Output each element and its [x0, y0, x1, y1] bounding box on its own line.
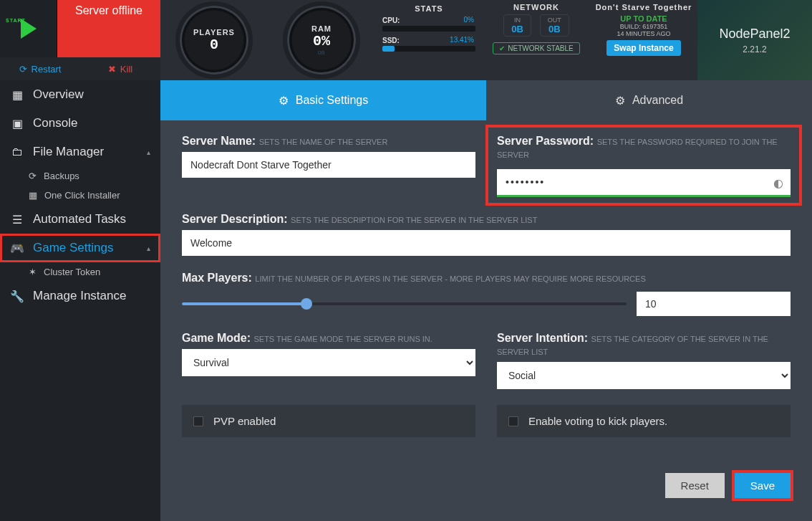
sidebar-item-overview[interactable]: ▦ Overview [0, 80, 160, 109]
max-players-label: Max Players: LIMIT THE NUMBER OF PLAYERS… [182, 272, 791, 285]
tab-basic-settings[interactable]: ⚙ Basic Settings [160, 80, 486, 120]
vote-checkbox[interactable] [508, 416, 518, 426]
max-players-value[interactable]: 10 [637, 292, 791, 316]
server-intention-select[interactable]: Social [497, 362, 791, 389]
restart-icon: ⟳ [19, 64, 27, 75]
sidebar-item-backups[interactable]: ⟳ Backups [0, 166, 160, 186]
folder-icon: 🗀 [10, 145, 24, 158]
installer-icon: ▦ [29, 190, 37, 201]
server-desc-label: Server Description: SETS THE DESCRIPTION… [182, 213, 791, 226]
chevron-up-icon: ▴ [147, 244, 150, 252]
server-status: Server offline [57, 0, 160, 57]
net-out: OUT 0B [540, 14, 569, 37]
players-gauge: PLAYERS 0 [160, 0, 268, 80]
tasks-icon: ☰ [10, 213, 24, 226]
restart-button[interactable]: ⟳ Restart [0, 57, 80, 80]
settings-tabs: ⚙ Basic Settings ⚙ Advanced [160, 80, 812, 120]
ram-gauge: RAM 0% 0B [268, 0, 375, 80]
game-info-box: Don't Starve Together UP TO DATE BUILD: … [590, 0, 697, 80]
reset-button[interactable]: Reset [665, 473, 725, 498]
sidebar-item-file-manager[interactable]: 🗀 File Manager ▴ [0, 138, 160, 166]
brand-box: NodePanel2 2.21.2 [697, 0, 812, 80]
sidebar: ▦ Overview ▣ Console 🗀 File Manager ▴ ⟳ … [0, 80, 160, 521]
kill-icon: ✖ [108, 64, 116, 75]
backup-icon: ⟳ [29, 171, 37, 181]
gear-icon: ⚙ [615, 94, 625, 107]
sidebar-item-cluster-token[interactable]: ✶ Cluster Token [0, 262, 160, 282]
top-bar: START Server offline ⟳ Restart ✖ Kill PL… [0, 0, 812, 80]
tab-advanced[interactable]: ⚙ Advanced [486, 80, 812, 120]
stats-box: STATS CPU: 0% SSD: 13.41% [375, 0, 483, 80]
max-players-slider[interactable] [182, 302, 627, 305]
server-password-input[interactable] [497, 169, 791, 195]
form-area: Server Name: SETS THE NAME OF THE SERVER… [160, 120, 812, 521]
sidebar-item-game-settings[interactable]: 🎮 Game Settings ▴ [0, 234, 160, 262]
sidebar-item-console[interactable]: ▣ Console [0, 109, 160, 138]
pvp-enabled-row[interactable]: PVP enabled [182, 405, 475, 437]
wrench-icon: 🔧 [10, 290, 24, 303]
server-name-label: Server Name: SETS THE NAME OF THE SERVER [182, 135, 475, 148]
sidebar-item-manage-instance[interactable]: 🔧 Manage Instance [0, 282, 160, 310]
gear-icon: ⚙ [279, 94, 289, 107]
token-icon: ✶ [29, 267, 37, 277]
game-mode-label: Game Mode: SETS THE GAME MODE THE SERVER… [182, 332, 475, 345]
network-stable-badge: ✔ NETWORK STABLE [493, 42, 580, 54]
network-box: NETWORK IN 0B OUT 0B ✔ NETWORK STABLE [483, 0, 590, 80]
kill-button[interactable]: ✖ Kill [80, 57, 160, 80]
sidebar-item-one-click[interactable]: ▦ One Click Installer [0, 186, 160, 205]
vote-kick-row[interactable]: Enable voting to kick players. [497, 405, 791, 437]
server-desc-input[interactable] [182, 230, 791, 256]
chevron-up-icon: ▴ [147, 148, 150, 156]
game-mode-select[interactable]: Survival [182, 349, 475, 376]
server-intention-label: Server Intention: SETS THE CATEGORY OF T… [497, 332, 791, 358]
gamepad-icon: 🎮 [10, 242, 24, 255]
swap-instance-button[interactable]: Swap Instance [606, 40, 680, 56]
grid-icon: ▦ [10, 88, 24, 102]
pvp-checkbox[interactable] [193, 416, 203, 426]
eye-icon[interactable]: ◐ [773, 176, 783, 190]
net-in: IN 0B [503, 14, 531, 37]
check-icon: ✔ [499, 44, 505, 52]
server-password-label: Server Password: SETS THE PASSWORD REQUI… [497, 135, 791, 165]
save-button[interactable]: Save [735, 473, 791, 498]
server-name-input[interactable] [182, 152, 475, 178]
start-button[interactable]: START [0, 0, 57, 57]
terminal-icon: ▣ [10, 117, 24, 130]
sidebar-item-automated-tasks[interactable]: ☰ Automated Tasks [0, 205, 160, 234]
